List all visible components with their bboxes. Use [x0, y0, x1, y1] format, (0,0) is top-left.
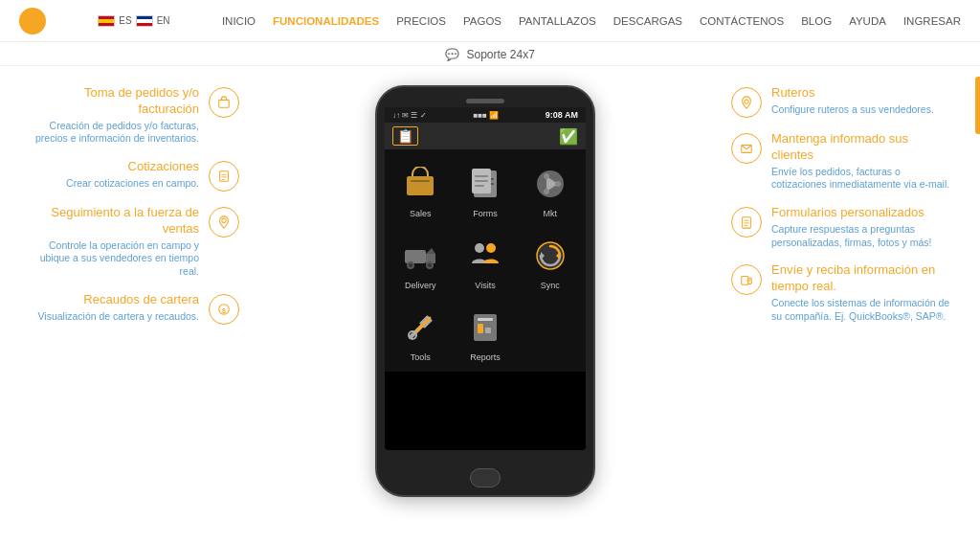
- feature-realtime-text: Envíe y reciba información en tiempo rea…: [771, 262, 951, 323]
- nav-ayuda[interactable]: AYUDA: [849, 15, 886, 27]
- phone-mockup: ↓↑ ✉ ☰ ✓ ■■■ 📶 9:08 AM 📋 ✅ S: [375, 85, 595, 497]
- app-sync-icon: [529, 235, 571, 277]
- feature-formularios-icon: [731, 207, 762, 238]
- phone-signal: ■■■ 📶: [473, 111, 499, 120]
- app-mkt[interactable]: Mkt: [518, 153, 582, 224]
- svg-point-28: [486, 243, 496, 253]
- nav-descargas[interactable]: DESCARGAS: [613, 15, 682, 27]
- app-reports-icon: [464, 306, 506, 349]
- nav-blog[interactable]: BLOG: [801, 15, 832, 27]
- feature-ruteros-desc: Configure ruteros a sus vendedores.: [771, 103, 951, 117]
- feature-recaudos: Recaudos de cartera Visualización de car…: [29, 292, 239, 325]
- feature-formularios-text: Formularios personalizados Capture respu…: [771, 205, 951, 249]
- app-forms-label: Forms: [473, 209, 498, 218]
- svg-rect-22: [405, 250, 426, 263]
- app-delivery[interactable]: Delivery: [389, 225, 453, 296]
- scroll-indicator[interactable]: [975, 77, 980, 134]
- svg-point-40: [745, 100, 748, 103]
- feature-formularios-title: Formularios personalizados: [771, 205, 951, 221]
- app-forms[interactable]: Forms: [454, 153, 518, 224]
- phone-container: ↓↑ ✉ ☰ ✓ ■■■ 📶 9:08 AM 📋 ✅ S: [351, 85, 619, 497]
- app-reports[interactable]: Reports: [454, 297, 518, 368]
- language-selector[interactable]: ES EN: [98, 15, 169, 27]
- app-bar-sync-icon: ✅: [559, 127, 578, 146]
- nav-ingresar[interactable]: INGRESAR: [903, 15, 961, 27]
- app-sync[interactable]: Sync: [518, 225, 582, 296]
- nav-contactenos[interactable]: CONTÁCTENOS: [700, 15, 784, 27]
- app-tools[interactable]: Tools: [389, 297, 453, 368]
- svg-rect-17: [475, 185, 484, 187]
- app-mkt-icon: [529, 163, 571, 205]
- feature-recaudos-icon: $: [209, 294, 239, 325]
- phone-speaker: [466, 99, 504, 103]
- feature-clientes-text: Mantenga informado sus clientes Envíe lo…: [771, 131, 951, 192]
- app-visits[interactable]: Visits: [454, 225, 518, 296]
- svg-rect-15: [475, 175, 488, 177]
- feature-recaudos-title: Recaudos de cartera: [29, 292, 199, 308]
- feature-pedidos-text: Toma de pedidos y/o facturación Creación…: [29, 85, 199, 146]
- phone-status-bar: ↓↑ ✉ ☰ ✓ ■■■ 📶 9:08 AM: [385, 107, 586, 123]
- app-reports-label: Reports: [470, 352, 501, 362]
- phone-home-button[interactable]: [470, 468, 501, 487]
- app-visits-icon: [464, 235, 506, 277]
- phone-app-bar: 📋 ✅: [385, 123, 586, 149]
- logo[interactable]: [19, 8, 46, 34]
- app-sales-label: Sales: [410, 209, 432, 218]
- chat-icon: 💬: [445, 48, 459, 61]
- feature-seguimiento-title: Seguimiento a la fuerza de ventas: [29, 205, 199, 238]
- app-sales[interactable]: Sales: [389, 153, 453, 224]
- feature-cotizaciones-title: Cotizaciones: [29, 159, 199, 175]
- svg-rect-16: [475, 180, 488, 182]
- app-sales-icon: [399, 163, 441, 205]
- svg-point-5: [222, 218, 226, 222]
- app-visits-label: Visits: [475, 281, 495, 290]
- svg-rect-9: [411, 180, 430, 182]
- nav-inicio[interactable]: INICIO: [222, 15, 256, 27]
- feature-realtime-desc: Conecte los sistemas de información de s…: [771, 297, 951, 323]
- feature-seguimiento: Seguimiento a la fuerza de ventas Contro…: [29, 205, 239, 279]
- svg-point-20: [555, 181, 561, 187]
- feature-ruteros-icon: [731, 87, 762, 118]
- svg-point-25: [409, 263, 412, 267]
- feature-ruteros: Ruteros Configure ruteros a sus vendedor…: [731, 85, 951, 118]
- feature-recaudos-desc: Visualización de cartera y recaudos.: [29, 310, 199, 324]
- feature-formularios: Formularios personalizados Capture respu…: [731, 205, 951, 249]
- svg-rect-39: [485, 328, 491, 333]
- feature-realtime-icon: [731, 264, 762, 295]
- phone-time: 9:08 AM: [546, 110, 578, 120]
- svg-rect-38: [478, 324, 483, 333]
- feature-cotizaciones-text: Cotizaciones Crear cotizaciones en campo…: [29, 159, 199, 191]
- feature-cotizaciones: Cotizaciones Crear cotizaciones en campo…: [29, 159, 239, 192]
- svg-point-19: [544, 173, 549, 179]
- app-delivery-label: Delivery: [405, 281, 436, 290]
- app-bar-icon: 📋: [392, 126, 418, 146]
- feature-formularios-desc: Capture respuestas a preguntas personali…: [771, 223, 951, 249]
- feature-clientes: Mantenga informado sus clientes Envíe lo…: [731, 131, 951, 192]
- feature-clientes-desc: Envíe los pedidos, facturas o cotizacion…: [771, 166, 951, 192]
- nav-funcionalidades[interactable]: FUNCIONALIDADES: [273, 15, 379, 27]
- app-delivery-icon: [399, 235, 441, 277]
- nav-precios[interactable]: PRECIOS: [396, 15, 446, 27]
- app-sync-label: Sync: [541, 281, 560, 290]
- feature-clientes-title: Mantenga informado sus clientes: [771, 131, 951, 164]
- feature-pedidos-title: Toma de pedidos y/o facturación: [29, 85, 199, 118]
- feature-cotizaciones-icon: [209, 161, 239, 192]
- app-tools-label: Tools: [411, 352, 431, 362]
- main-nav: INICIO FUNCIONALIDADES PRECIOS PAGOS PAN…: [222, 15, 961, 27]
- nav-pagos[interactable]: PAGOS: [463, 15, 501, 27]
- svg-rect-37: [478, 318, 493, 321]
- support-bar: 💬 Soporte 24x7: [0, 42, 980, 66]
- support-text: Soporte 24x7: [466, 48, 534, 61]
- feature-seguimiento-text: Seguimiento a la fuerza de ventas Contro…: [29, 205, 199, 279]
- feature-clientes-icon: [731, 133, 762, 164]
- app-forms-icon: [464, 163, 506, 205]
- feature-seguimiento-icon: [209, 207, 239, 238]
- feature-pedidos-desc: Creación de pedidos y/o facturas, precio…: [29, 120, 199, 146]
- feature-ruteros-title: Ruteros: [771, 85, 951, 102]
- feature-pedidos-icon: [209, 87, 239, 118]
- main-content: Toma de pedidos y/o facturación Creación…: [0, 66, 980, 541]
- app-tools-icon: [399, 306, 441, 349]
- feature-recaudos-text: Recaudos de cartera Visualización de car…: [29, 292, 199, 324]
- nav-pantallazos[interactable]: PANTALLAZOS: [519, 15, 596, 27]
- phone-app-grid: Sales Forms Mkt: [385, 149, 586, 372]
